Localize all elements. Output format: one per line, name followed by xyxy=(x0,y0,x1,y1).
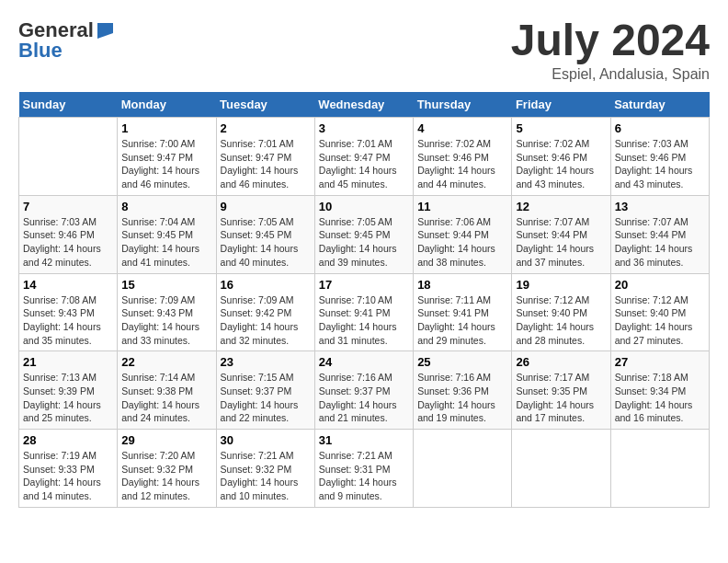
calendar-cell xyxy=(19,118,118,196)
calendar-header-row: SundayMondayTuesdayWednesdayThursdayFrid… xyxy=(19,92,710,118)
day-number: 14 xyxy=(23,278,113,292)
day-number: 31 xyxy=(319,433,409,447)
day-number: 26 xyxy=(516,355,606,369)
calendar-cell xyxy=(610,430,709,508)
calendar-cell: 7Sunrise: 7:03 AMSunset: 9:46 PMDaylight… xyxy=(19,195,118,273)
day-info: Sunrise: 7:00 AMSunset: 9:47 PMDaylight:… xyxy=(121,137,211,191)
calendar-cell: 24Sunrise: 7:16 AMSunset: 9:37 PMDayligh… xyxy=(314,351,413,430)
day-number: 19 xyxy=(516,278,606,292)
day-info: Sunrise: 7:09 AMSunset: 9:42 PMDaylight:… xyxy=(221,293,311,348)
calendar-cell: 15Sunrise: 7:09 AMSunset: 9:43 PMDayligh… xyxy=(118,273,216,351)
calendar-day-header: Sunday xyxy=(19,92,118,118)
day-number: 10 xyxy=(319,200,409,213)
day-info: Sunrise: 7:08 AMSunset: 9:43 PMDaylight:… xyxy=(23,293,113,348)
day-info: Sunrise: 7:18 AMSunset: 9:34 PMDaylight:… xyxy=(615,371,705,425)
calendar-cell: 18Sunrise: 7:11 AMSunset: 9:41 PMDayligh… xyxy=(414,273,512,351)
calendar-day-header: Saturday xyxy=(610,92,709,118)
calendar-week-row: 7Sunrise: 7:03 AMSunset: 9:46 PMDaylight… xyxy=(19,195,710,273)
calendar-day-header: Friday xyxy=(512,92,610,118)
calendar-body: 1Sunrise: 7:00 AMSunset: 9:47 PMDaylight… xyxy=(19,118,710,508)
day-info: Sunrise: 7:10 AMSunset: 9:41 PMDaylight:… xyxy=(319,293,409,348)
logo-flag-icon xyxy=(95,20,115,40)
calendar-cell: 23Sunrise: 7:15 AMSunset: 9:37 PMDayligh… xyxy=(216,351,314,430)
day-info: Sunrise: 7:12 AMSunset: 9:40 PMDaylight:… xyxy=(615,293,705,348)
calendar-cell: 3Sunrise: 7:01 AMSunset: 9:47 PMDaylight… xyxy=(314,118,413,196)
page-header: General Blue July 2024 Espiel, Andalusia… xyxy=(18,18,710,83)
day-info: Sunrise: 7:13 AMSunset: 9:39 PMDaylight:… xyxy=(23,371,113,425)
calendar-cell xyxy=(512,430,610,508)
day-number: 13 xyxy=(615,200,705,213)
day-number: 29 xyxy=(121,433,211,447)
calendar-week-row: 14Sunrise: 7:08 AMSunset: 9:43 PMDayligh… xyxy=(19,273,710,351)
day-number: 25 xyxy=(417,355,507,369)
calendar-cell: 12Sunrise: 7:07 AMSunset: 9:44 PMDayligh… xyxy=(512,195,610,273)
day-info: Sunrise: 7:01 AMSunset: 9:47 PMDaylight:… xyxy=(221,137,311,191)
calendar-cell: 9Sunrise: 7:05 AMSunset: 9:45 PMDaylight… xyxy=(216,195,314,273)
day-number: 21 xyxy=(23,355,113,369)
calendar-week-row: 1Sunrise: 7:00 AMSunset: 9:47 PMDaylight… xyxy=(19,118,710,196)
calendar-cell: 2Sunrise: 7:01 AMSunset: 9:47 PMDaylight… xyxy=(216,118,314,196)
day-number: 20 xyxy=(615,278,705,292)
calendar-table: SundayMondayTuesdayWednesdayThursdayFrid… xyxy=(18,92,710,508)
day-number: 6 xyxy=(615,121,705,135)
day-info: Sunrise: 7:09 AMSunset: 9:43 PMDaylight:… xyxy=(121,293,211,348)
day-number: 7 xyxy=(23,200,113,213)
calendar-cell: 30Sunrise: 7:21 AMSunset: 9:32 PMDayligh… xyxy=(216,430,314,508)
day-info: Sunrise: 7:06 AMSunset: 9:44 PMDaylight:… xyxy=(417,215,507,270)
day-info: Sunrise: 7:02 AMSunset: 9:46 PMDaylight:… xyxy=(516,137,606,191)
calendar-cell: 29Sunrise: 7:20 AMSunset: 9:32 PMDayligh… xyxy=(118,430,216,508)
logo-blue: Blue xyxy=(18,39,63,63)
day-info: Sunrise: 7:19 AMSunset: 9:33 PMDaylight:… xyxy=(23,449,113,503)
calendar-cell: 19Sunrise: 7:12 AMSunset: 9:40 PMDayligh… xyxy=(512,273,610,351)
day-info: Sunrise: 7:21 AMSunset: 9:31 PMDaylight:… xyxy=(319,449,409,503)
calendar-week-row: 21Sunrise: 7:13 AMSunset: 9:39 PMDayligh… xyxy=(19,351,710,430)
calendar-cell: 4Sunrise: 7:02 AMSunset: 9:46 PMDaylight… xyxy=(414,118,512,196)
day-info: Sunrise: 7:01 AMSunset: 9:47 PMDaylight:… xyxy=(319,137,409,191)
day-info: Sunrise: 7:21 AMSunset: 9:32 PMDaylight:… xyxy=(221,449,311,503)
day-info: Sunrise: 7:04 AMSunset: 9:45 PMDaylight:… xyxy=(121,215,211,270)
day-number: 2 xyxy=(221,121,311,135)
day-number: 30 xyxy=(221,433,311,447)
day-number: 3 xyxy=(319,121,409,135)
day-number: 23 xyxy=(221,355,311,369)
day-info: Sunrise: 7:03 AMSunset: 9:46 PMDaylight:… xyxy=(23,215,113,270)
day-info: Sunrise: 7:05 AMSunset: 9:45 PMDaylight:… xyxy=(221,215,311,270)
day-number: 15 xyxy=(121,278,211,292)
calendar-day-header: Wednesday xyxy=(314,92,413,118)
calendar-cell: 20Sunrise: 7:12 AMSunset: 9:40 PMDayligh… xyxy=(610,273,709,351)
calendar-cell: 11Sunrise: 7:06 AMSunset: 9:44 PMDayligh… xyxy=(414,195,512,273)
day-info: Sunrise: 7:16 AMSunset: 9:36 PMDaylight:… xyxy=(417,371,507,425)
calendar-cell: 1Sunrise: 7:00 AMSunset: 9:47 PMDaylight… xyxy=(118,118,216,196)
calendar-cell: 14Sunrise: 7:08 AMSunset: 9:43 PMDayligh… xyxy=(19,273,118,351)
day-number: 27 xyxy=(615,355,705,369)
calendar-cell: 5Sunrise: 7:02 AMSunset: 9:46 PMDaylight… xyxy=(512,118,610,196)
day-number: 12 xyxy=(516,200,606,213)
calendar-day-header: Tuesday xyxy=(216,92,314,118)
day-info: Sunrise: 7:16 AMSunset: 9:37 PMDaylight:… xyxy=(319,371,409,425)
day-info: Sunrise: 7:05 AMSunset: 9:45 PMDaylight:… xyxy=(319,215,409,270)
calendar-cell: 25Sunrise: 7:16 AMSunset: 9:36 PMDayligh… xyxy=(414,351,512,430)
logo: General Blue xyxy=(18,18,116,63)
calendar-day-header: Thursday xyxy=(414,92,512,118)
day-number: 28 xyxy=(23,433,113,447)
calendar-cell: 6Sunrise: 7:03 AMSunset: 9:46 PMDaylight… xyxy=(610,118,709,196)
calendar-cell xyxy=(414,430,512,508)
svg-marker-0 xyxy=(97,23,113,39)
day-info: Sunrise: 7:02 AMSunset: 9:46 PMDaylight:… xyxy=(417,137,507,191)
calendar-cell: 8Sunrise: 7:04 AMSunset: 9:45 PMDaylight… xyxy=(118,195,216,273)
day-number: 22 xyxy=(121,355,211,369)
calendar-cell: 27Sunrise: 7:18 AMSunset: 9:34 PMDayligh… xyxy=(610,351,709,430)
calendar-day-header: Monday xyxy=(118,92,216,118)
calendar-cell: 31Sunrise: 7:21 AMSunset: 9:31 PMDayligh… xyxy=(314,430,413,508)
location: Espiel, Andalusia, Spain xyxy=(511,66,710,83)
day-number: 24 xyxy=(319,355,409,369)
day-number: 11 xyxy=(417,200,507,213)
day-info: Sunrise: 7:07 AMSunset: 9:44 PMDaylight:… xyxy=(615,215,705,270)
day-info: Sunrise: 7:20 AMSunset: 9:32 PMDaylight:… xyxy=(121,449,211,503)
day-number: 4 xyxy=(417,121,507,135)
day-info: Sunrise: 7:11 AMSunset: 9:41 PMDaylight:… xyxy=(417,293,507,348)
day-info: Sunrise: 7:03 AMSunset: 9:46 PMDaylight:… xyxy=(615,137,705,191)
day-number: 9 xyxy=(221,200,311,213)
calendar-cell: 22Sunrise: 7:14 AMSunset: 9:38 PMDayligh… xyxy=(118,351,216,430)
day-info: Sunrise: 7:15 AMSunset: 9:37 PMDaylight:… xyxy=(221,371,311,425)
